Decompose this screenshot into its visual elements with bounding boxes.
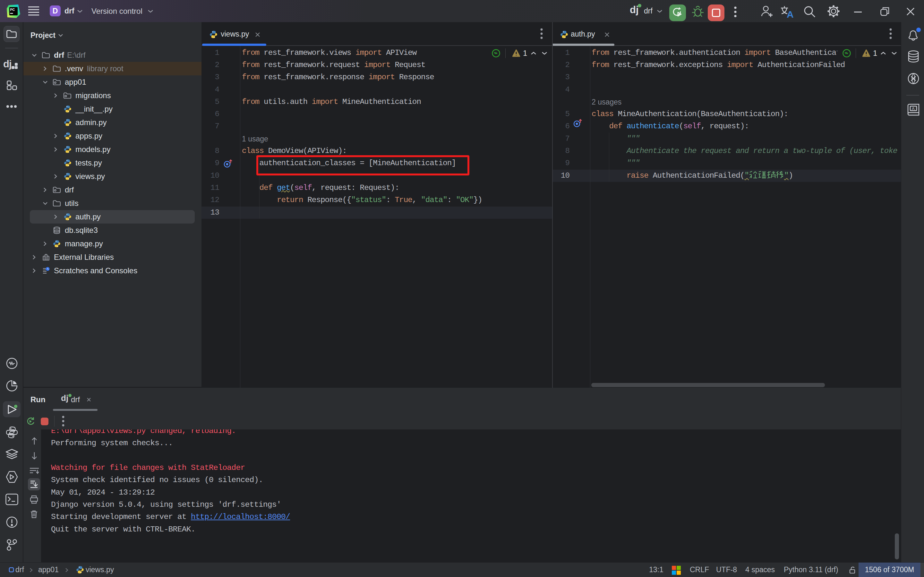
svg-text:PC: PC	[10, 8, 15, 11]
svg-text:A: A	[787, 9, 794, 18]
svg-text:A: A	[912, 106, 915, 111]
